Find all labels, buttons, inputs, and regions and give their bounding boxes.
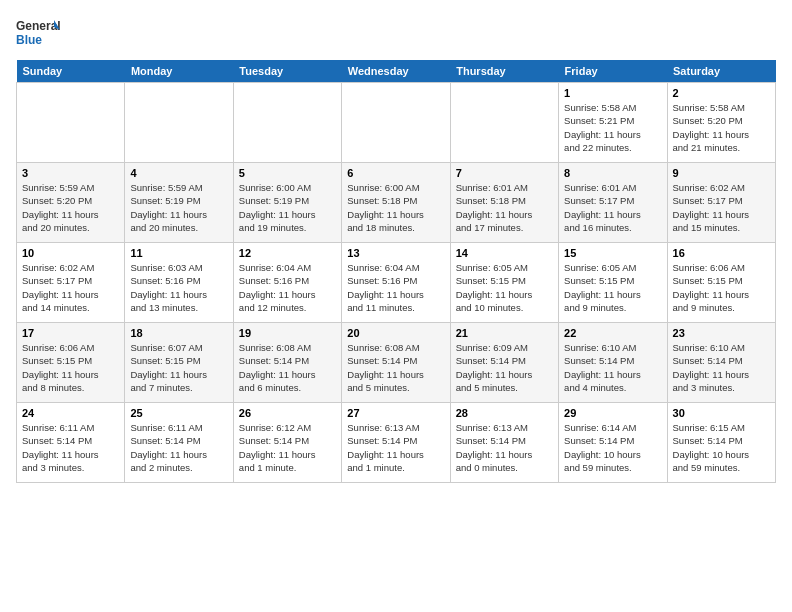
calendar-cell: 27Sunrise: 6:13 AM Sunset: 5:14 PM Dayli… bbox=[342, 403, 450, 483]
day-info: Sunrise: 6:11 AM Sunset: 5:14 PM Dayligh… bbox=[130, 421, 227, 474]
calendar-cell: 7Sunrise: 6:01 AM Sunset: 5:18 PM Daylig… bbox=[450, 163, 558, 243]
weekday-header-saturday: Saturday bbox=[667, 60, 775, 83]
logo-svg: General Blue bbox=[16, 16, 60, 52]
day-info: Sunrise: 6:13 AM Sunset: 5:14 PM Dayligh… bbox=[347, 421, 444, 474]
svg-text:General: General bbox=[16, 19, 60, 33]
calendar-cell: 16Sunrise: 6:06 AM Sunset: 5:15 PM Dayli… bbox=[667, 243, 775, 323]
calendar-cell: 12Sunrise: 6:04 AM Sunset: 5:16 PM Dayli… bbox=[233, 243, 341, 323]
calendar-cell: 11Sunrise: 6:03 AM Sunset: 5:16 PM Dayli… bbox=[125, 243, 233, 323]
day-info: Sunrise: 6:10 AM Sunset: 5:14 PM Dayligh… bbox=[673, 341, 770, 394]
calendar-cell: 8Sunrise: 6:01 AM Sunset: 5:17 PM Daylig… bbox=[559, 163, 667, 243]
day-info: Sunrise: 6:08 AM Sunset: 5:14 PM Dayligh… bbox=[347, 341, 444, 394]
day-number: 19 bbox=[239, 327, 336, 339]
day-info: Sunrise: 6:11 AM Sunset: 5:14 PM Dayligh… bbox=[22, 421, 119, 474]
day-info: Sunrise: 6:08 AM Sunset: 5:14 PM Dayligh… bbox=[239, 341, 336, 394]
day-number: 2 bbox=[673, 87, 770, 99]
day-number: 10 bbox=[22, 247, 119, 259]
weekday-header-friday: Friday bbox=[559, 60, 667, 83]
day-info: Sunrise: 6:05 AM Sunset: 5:15 PM Dayligh… bbox=[456, 261, 553, 314]
calendar-cell bbox=[233, 83, 341, 163]
calendar-table: SundayMondayTuesdayWednesdayThursdayFrid… bbox=[16, 60, 776, 483]
day-info: Sunrise: 6:15 AM Sunset: 5:14 PM Dayligh… bbox=[673, 421, 770, 474]
calendar-cell bbox=[342, 83, 450, 163]
day-number: 16 bbox=[673, 247, 770, 259]
day-number: 5 bbox=[239, 167, 336, 179]
calendar-cell: 4Sunrise: 5:59 AM Sunset: 5:19 PM Daylig… bbox=[125, 163, 233, 243]
calendar-cell bbox=[125, 83, 233, 163]
day-number: 4 bbox=[130, 167, 227, 179]
day-info: Sunrise: 5:58 AM Sunset: 5:21 PM Dayligh… bbox=[564, 101, 661, 154]
calendar-cell: 21Sunrise: 6:09 AM Sunset: 5:14 PM Dayli… bbox=[450, 323, 558, 403]
day-number: 21 bbox=[456, 327, 553, 339]
day-number: 24 bbox=[22, 407, 119, 419]
day-info: Sunrise: 6:14 AM Sunset: 5:14 PM Dayligh… bbox=[564, 421, 661, 474]
calendar-cell: 25Sunrise: 6:11 AM Sunset: 5:14 PM Dayli… bbox=[125, 403, 233, 483]
day-info: Sunrise: 5:59 AM Sunset: 5:20 PM Dayligh… bbox=[22, 181, 119, 234]
day-number: 12 bbox=[239, 247, 336, 259]
day-number: 20 bbox=[347, 327, 444, 339]
day-info: Sunrise: 5:58 AM Sunset: 5:20 PM Dayligh… bbox=[673, 101, 770, 154]
day-number: 3 bbox=[22, 167, 119, 179]
day-number: 14 bbox=[456, 247, 553, 259]
calendar-cell: 13Sunrise: 6:04 AM Sunset: 5:16 PM Dayli… bbox=[342, 243, 450, 323]
day-info: Sunrise: 6:01 AM Sunset: 5:18 PM Dayligh… bbox=[456, 181, 553, 234]
calendar-cell: 20Sunrise: 6:08 AM Sunset: 5:14 PM Dayli… bbox=[342, 323, 450, 403]
day-number: 27 bbox=[347, 407, 444, 419]
day-info: Sunrise: 6:04 AM Sunset: 5:16 PM Dayligh… bbox=[239, 261, 336, 314]
day-number: 8 bbox=[564, 167, 661, 179]
day-info: Sunrise: 6:07 AM Sunset: 5:15 PM Dayligh… bbox=[130, 341, 227, 394]
calendar-cell: 1Sunrise: 5:58 AM Sunset: 5:21 PM Daylig… bbox=[559, 83, 667, 163]
calendar-cell: 19Sunrise: 6:08 AM Sunset: 5:14 PM Dayli… bbox=[233, 323, 341, 403]
logo: General Blue bbox=[16, 16, 60, 52]
day-info: Sunrise: 6:02 AM Sunset: 5:17 PM Dayligh… bbox=[22, 261, 119, 314]
day-info: Sunrise: 6:04 AM Sunset: 5:16 PM Dayligh… bbox=[347, 261, 444, 314]
day-info: Sunrise: 6:10 AM Sunset: 5:14 PM Dayligh… bbox=[564, 341, 661, 394]
calendar-cell: 3Sunrise: 5:59 AM Sunset: 5:20 PM Daylig… bbox=[17, 163, 125, 243]
calendar-cell: 24Sunrise: 6:11 AM Sunset: 5:14 PM Dayli… bbox=[17, 403, 125, 483]
day-number: 28 bbox=[456, 407, 553, 419]
day-info: Sunrise: 6:01 AM Sunset: 5:17 PM Dayligh… bbox=[564, 181, 661, 234]
day-info: Sunrise: 6:05 AM Sunset: 5:15 PM Dayligh… bbox=[564, 261, 661, 314]
calendar-cell: 6Sunrise: 6:00 AM Sunset: 5:18 PM Daylig… bbox=[342, 163, 450, 243]
weekday-header-tuesday: Tuesday bbox=[233, 60, 341, 83]
calendar-cell: 18Sunrise: 6:07 AM Sunset: 5:15 PM Dayli… bbox=[125, 323, 233, 403]
day-number: 22 bbox=[564, 327, 661, 339]
calendar-cell: 15Sunrise: 6:05 AM Sunset: 5:15 PM Dayli… bbox=[559, 243, 667, 323]
day-number: 7 bbox=[456, 167, 553, 179]
day-info: Sunrise: 6:02 AM Sunset: 5:17 PM Dayligh… bbox=[673, 181, 770, 234]
day-number: 13 bbox=[347, 247, 444, 259]
day-number: 25 bbox=[130, 407, 227, 419]
day-number: 29 bbox=[564, 407, 661, 419]
day-number: 30 bbox=[673, 407, 770, 419]
calendar-cell: 14Sunrise: 6:05 AM Sunset: 5:15 PM Dayli… bbox=[450, 243, 558, 323]
day-info: Sunrise: 6:06 AM Sunset: 5:15 PM Dayligh… bbox=[673, 261, 770, 314]
svg-text:Blue: Blue bbox=[16, 33, 42, 47]
weekday-header-sunday: Sunday bbox=[17, 60, 125, 83]
day-info: Sunrise: 6:00 AM Sunset: 5:18 PM Dayligh… bbox=[347, 181, 444, 234]
day-number: 9 bbox=[673, 167, 770, 179]
day-number: 6 bbox=[347, 167, 444, 179]
calendar-cell bbox=[450, 83, 558, 163]
calendar-cell: 23Sunrise: 6:10 AM Sunset: 5:14 PM Dayli… bbox=[667, 323, 775, 403]
calendar-cell: 29Sunrise: 6:14 AM Sunset: 5:14 PM Dayli… bbox=[559, 403, 667, 483]
calendar-cell: 9Sunrise: 6:02 AM Sunset: 5:17 PM Daylig… bbox=[667, 163, 775, 243]
calendar-cell: 2Sunrise: 5:58 AM Sunset: 5:20 PM Daylig… bbox=[667, 83, 775, 163]
day-info: Sunrise: 6:03 AM Sunset: 5:16 PM Dayligh… bbox=[130, 261, 227, 314]
calendar-cell: 26Sunrise: 6:12 AM Sunset: 5:14 PM Dayli… bbox=[233, 403, 341, 483]
day-number: 18 bbox=[130, 327, 227, 339]
weekday-header-thursday: Thursday bbox=[450, 60, 558, 83]
calendar-cell: 5Sunrise: 6:00 AM Sunset: 5:19 PM Daylig… bbox=[233, 163, 341, 243]
calendar-cell: 17Sunrise: 6:06 AM Sunset: 5:15 PM Dayli… bbox=[17, 323, 125, 403]
day-number: 1 bbox=[564, 87, 661, 99]
calendar-cell: 30Sunrise: 6:15 AM Sunset: 5:14 PM Dayli… bbox=[667, 403, 775, 483]
day-info: Sunrise: 6:06 AM Sunset: 5:15 PM Dayligh… bbox=[22, 341, 119, 394]
day-info: Sunrise: 6:12 AM Sunset: 5:14 PM Dayligh… bbox=[239, 421, 336, 474]
calendar-cell: 28Sunrise: 6:13 AM Sunset: 5:14 PM Dayli… bbox=[450, 403, 558, 483]
header: General Blue bbox=[16, 16, 776, 52]
day-number: 26 bbox=[239, 407, 336, 419]
calendar-cell: 22Sunrise: 6:10 AM Sunset: 5:14 PM Dayli… bbox=[559, 323, 667, 403]
calendar-cell: 10Sunrise: 6:02 AM Sunset: 5:17 PM Dayli… bbox=[17, 243, 125, 323]
day-number: 23 bbox=[673, 327, 770, 339]
day-info: Sunrise: 6:13 AM Sunset: 5:14 PM Dayligh… bbox=[456, 421, 553, 474]
weekday-header-wednesday: Wednesday bbox=[342, 60, 450, 83]
